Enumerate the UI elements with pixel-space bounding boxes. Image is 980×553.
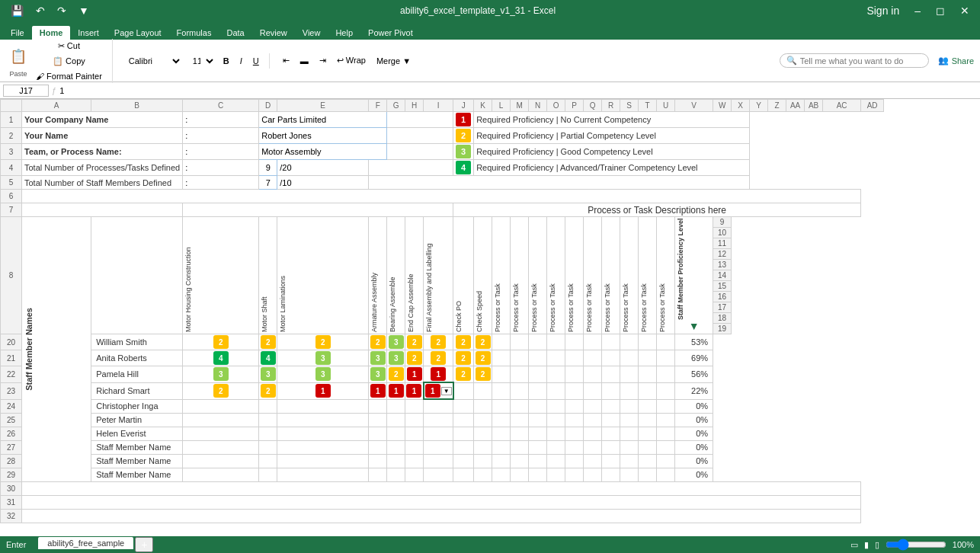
- skill-cell[interactable]: [424, 454, 453, 468]
- skill-cell[interactable]: [602, 454, 620, 468]
- tab-data[interactable]: Data: [219, 26, 251, 40]
- skill-cell[interactable]: [453, 413, 474, 427]
- staff-name-cell[interactable]: William Smith: [91, 334, 183, 350]
- skill-cell[interactable]: [620, 454, 639, 468]
- page-layout-button[interactable]: ▮: [864, 540, 869, 550]
- skill-cell[interactable]: [565, 454, 584, 468]
- skill-cell[interactable]: [565, 468, 584, 481]
- skill-cell[interactable]: 3: [259, 366, 277, 383]
- skill-cell[interactable]: [511, 454, 529, 468]
- copy-button[interactable]: 📋 Copy: [32, 54, 106, 69]
- italic-button[interactable]: I: [236, 54, 246, 68]
- skill-cell[interactable]: [183, 440, 259, 454]
- skill-cell[interactable]: [547, 334, 565, 350]
- tab-powerpivot[interactable]: Power Pivot: [360, 26, 421, 40]
- skill-cell[interactable]: 2: [424, 350, 453, 366]
- skill-cell[interactable]: 1: [277, 382, 369, 399]
- skill-cell[interactable]: [584, 350, 602, 366]
- skill-cell[interactable]: [639, 427, 657, 440]
- skill-cell[interactable]: [405, 440, 424, 454]
- skill-cell[interactable]: [529, 366, 547, 383]
- col-O[interactable]: O: [547, 100, 565, 112]
- skill-cell[interactable]: [565, 366, 584, 383]
- font-select[interactable]: Calibri: [122, 53, 183, 69]
- skill-cell[interactable]: 4: [259, 350, 277, 366]
- skill-cell[interactable]: [620, 366, 639, 383]
- skill-cell[interactable]: [453, 382, 474, 399]
- skill-cell[interactable]: [511, 382, 529, 399]
- zoom-slider[interactable]: [886, 539, 946, 551]
- skill-cell[interactable]: 2: [259, 334, 277, 350]
- skill-cell[interactable]: [492, 382, 511, 399]
- col-C[interactable]: C: [183, 100, 259, 112]
- skill-cell[interactable]: [547, 399, 565, 413]
- skill-cell[interactable]: [259, 427, 277, 440]
- skill-cell[interactable]: 2: [453, 334, 474, 350]
- skill-cell[interactable]: 4: [183, 350, 259, 366]
- name-value[interactable]: Robert Jones: [259, 128, 387, 144]
- share-button[interactable]: 👥 Share: [938, 56, 974, 66]
- skill-cell[interactable]: [183, 427, 259, 440]
- staff-name-cell[interactable]: Richard Smart: [91, 382, 183, 399]
- skill-cell[interactable]: [529, 399, 547, 413]
- col-AA[interactable]: AA: [786, 100, 805, 112]
- skill-cell[interactable]: [657, 427, 675, 440]
- staff-name-cell[interactable]: Staff Member Name: [91, 440, 183, 454]
- skill-cell[interactable]: [547, 382, 565, 399]
- redo-button[interactable]: ↷: [53, 3, 71, 18]
- skill-cell[interactable]: [565, 440, 584, 454]
- skill-cell[interactable]: [277, 468, 369, 481]
- skill-cell[interactable]: [387, 427, 405, 440]
- staff-name-cell[interactable]: Helen Everist: [91, 427, 183, 440]
- skill-cell[interactable]: [565, 399, 584, 413]
- skill-cell[interactable]: [511, 413, 529, 427]
- skill-cell[interactable]: [387, 399, 405, 413]
- skill-cell[interactable]: [547, 468, 565, 481]
- skill-cell[interactable]: [474, 454, 492, 468]
- skill-cell[interactable]: [183, 454, 259, 468]
- skill-cell[interactable]: [369, 399, 387, 413]
- col-D[interactable]: D: [259, 100, 277, 112]
- signin-button[interactable]: Sign in: [862, 3, 904, 18]
- bold-button[interactable]: B: [219, 54, 233, 68]
- skill-cell[interactable]: [259, 440, 277, 454]
- skill-cell[interactable]: [657, 413, 675, 427]
- skill-cell[interactable]: [639, 468, 657, 481]
- restore-button[interactable]: ◻: [931, 3, 950, 18]
- tab-file[interactable]: File: [3, 26, 32, 40]
- skill-cell[interactable]: [547, 350, 565, 366]
- skill-cell[interactable]: [183, 413, 259, 427]
- skill-cell[interactable]: [602, 440, 620, 454]
- skill-cell[interactable]: 2: [369, 334, 387, 350]
- skill-cell[interactable]: 2: [474, 334, 492, 350]
- skill-cell[interactable]: [405, 468, 424, 481]
- dropdown-btn[interactable]: ▼: [441, 387, 452, 395]
- skill-cell[interactable]: 2: [453, 350, 474, 366]
- search-input[interactable]: [800, 56, 922, 66]
- skill-cell[interactable]: 2: [405, 334, 424, 350]
- tab-help[interactable]: Help: [328, 26, 360, 40]
- skill-cell[interactable]: [492, 350, 511, 366]
- skill-cell[interactable]: [453, 468, 474, 481]
- skill-cell[interactable]: [639, 413, 657, 427]
- skill-cell[interactable]: [529, 413, 547, 427]
- skill-cell[interactable]: [259, 413, 277, 427]
- col-L[interactable]: L: [492, 100, 511, 112]
- skill-cell[interactable]: [259, 454, 277, 468]
- col-G[interactable]: G: [387, 100, 405, 112]
- sheet-tab[interactable]: ability6_free_sample: [38, 537, 133, 549]
- col-AB[interactable]: AB: [805, 100, 823, 112]
- skill-cell[interactable]: [529, 427, 547, 440]
- skill-cell[interactable]: [474, 468, 492, 481]
- skill-cell[interactable]: [511, 468, 529, 481]
- skill-cell[interactable]: [565, 382, 584, 399]
- tab-insert[interactable]: Insert: [70, 26, 107, 40]
- col-Y[interactable]: Y: [750, 100, 768, 112]
- skill-cell[interactable]: [424, 413, 453, 427]
- skill-cell[interactable]: [511, 366, 529, 383]
- close-button[interactable]: ✕: [956, 3, 974, 18]
- skill-cell[interactable]: 2: [259, 382, 277, 399]
- skill-cell[interactable]: [369, 454, 387, 468]
- skill-cell[interactable]: [492, 413, 511, 427]
- skill-cell[interactable]: 3: [369, 366, 387, 383]
